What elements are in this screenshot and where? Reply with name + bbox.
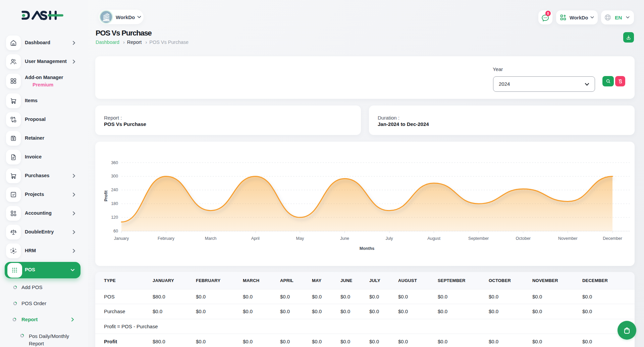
svg-text:May: May [296, 236, 304, 241]
svg-text:November: November [558, 236, 578, 241]
svg-text:March: March [205, 236, 217, 241]
svg-text:July: July [385, 236, 393, 241]
svg-text:January: January [114, 236, 129, 241]
svg-text:360: 360 [111, 160, 118, 165]
svg-text:180: 180 [111, 201, 118, 206]
svg-text:Profit: Profit [104, 190, 108, 201]
svg-text:120: 120 [111, 215, 118, 220]
svg-text:60: 60 [113, 229, 118, 233]
svg-text:December: December [603, 236, 622, 241]
svg-text:Months: Months [360, 246, 374, 251]
svg-text:300: 300 [111, 174, 118, 179]
svg-text:September: September [468, 236, 489, 241]
svg-text:August: August [427, 236, 440, 241]
svg-text:June: June [340, 236, 349, 241]
svg-text:240: 240 [111, 188, 118, 192]
svg-text:April: April [251, 236, 260, 241]
svg-text:October: October [516, 236, 531, 241]
svg-text:February: February [158, 236, 175, 241]
